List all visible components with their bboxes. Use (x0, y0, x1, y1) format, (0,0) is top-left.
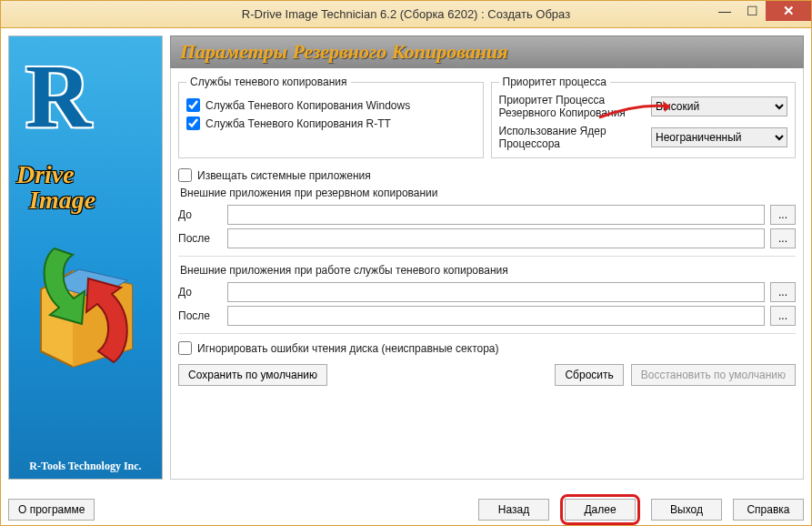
logo-folder-icon (23, 235, 150, 371)
ext-shadow-after-label: После (178, 309, 222, 322)
priority-legend: Приоритет процесса (499, 76, 610, 88)
priority-label: Приоритет Процесса Резервного Копировани… (499, 94, 647, 119)
notify-label: Извещать системные приложения (197, 169, 371, 182)
shadow-windows-label: Служба Теневого Копирования Windows (206, 99, 410, 112)
shadow-services-group: Службы теневого копирования Служба Тенев… (178, 76, 484, 158)
ext-shadow-after-input[interactable] (227, 306, 765, 326)
ignore-errors-label: Игнорировать ошибки чтения диска (неиспр… (197, 342, 499, 355)
separator (178, 256, 796, 257)
priority-group: Приоритет процесса Приоритет Процесса Ре… (491, 76, 797, 158)
ext-shadow-before-browse[interactable]: ... (770, 282, 796, 302)
restore-default-button: Восстановить по умолчанию (631, 364, 796, 386)
logo-text: Drive Image (16, 162, 95, 213)
ext-backup-after-label: После (178, 232, 222, 245)
cores-label: Использование Ядер Процессора (499, 125, 647, 150)
ext-shadow-after-browse[interactable]: ... (770, 306, 796, 326)
notify-row[interactable]: Извещать системные приложения (178, 168, 796, 182)
shadow-rtt-label: Служба Теневого Копирования R-TT (206, 117, 391, 130)
minimize-button[interactable]: — (711, 1, 738, 21)
cores-select[interactable]: Неограниченный (651, 127, 787, 147)
back-button[interactable]: Назад (478, 499, 549, 521)
page-title: Параметры Резервного Копирования (170, 35, 804, 68)
ext-backup-legend: Внешние приложения при резервном копиров… (180, 187, 796, 199)
next-button[interactable]: Далее (565, 499, 636, 521)
priority-select[interactable]: Высокий (651, 96, 787, 116)
ext-backup-after-browse[interactable]: ... (770, 228, 796, 248)
ext-shadow-before-label: До (178, 286, 222, 298)
separator (178, 333, 796, 334)
ignore-errors-row[interactable]: Игнорировать ошибки чтения диска (неиспр… (178, 341, 796, 355)
ext-shadow-before-input[interactable] (227, 282, 765, 302)
window-title: R-Drive Image Technician 6.2 (Сборка 620… (242, 7, 570, 21)
notify-checkbox[interactable] (178, 168, 192, 182)
shadow-rtt-checkbox[interactable] (186, 116, 200, 130)
save-default-button[interactable]: Сохранить по умолчанию (178, 364, 327, 386)
about-button[interactable]: О программе (8, 499, 95, 521)
reset-button[interactable]: Сбросить (555, 364, 623, 386)
ext-shadow-legend: Внешние приложения при работе службы тен… (180, 264, 796, 277)
ext-backup-after-input[interactable] (227, 228, 765, 248)
shadow-rtt-row[interactable]: Служба Теневого Копирования R-TT (186, 116, 476, 130)
maximize-button[interactable]: ☐ (738, 1, 766, 21)
ext-backup-before-label: До (178, 208, 222, 221)
next-button-highlight: Далее (560, 494, 640, 525)
help-button[interactable]: Справка (733, 499, 804, 521)
logo-r-glyph: R (25, 44, 91, 148)
logo-copyright: R-Tools Technology Inc. (9, 460, 162, 473)
titlebar: R-Drive Image Technician 6.2 (Сборка 620… (1, 1, 811, 28)
ext-backup-before-browse[interactable]: ... (770, 205, 796, 225)
shadow-legend: Службы теневого копирования (186, 76, 351, 88)
close-button[interactable]: ✕ (766, 1, 811, 21)
sidebar-logo: R Drive Image R-Tools Technology Inc. (8, 35, 163, 480)
exit-button[interactable]: Выход (651, 499, 722, 521)
ignore-errors-checkbox[interactable] (178, 341, 192, 355)
ext-backup-before-input[interactable] (227, 205, 765, 225)
shadow-windows-checkbox[interactable] (186, 98, 200, 112)
shadow-windows-row[interactable]: Служба Теневого Копирования Windows (186, 98, 476, 112)
